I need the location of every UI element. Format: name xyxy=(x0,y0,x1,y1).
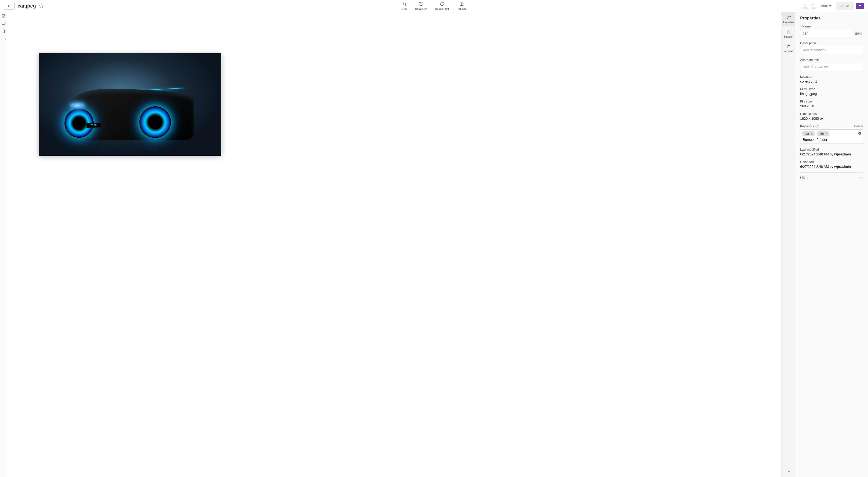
mobile-view-icon[interactable] xyxy=(2,29,6,33)
undo-label: Undo xyxy=(802,6,808,9)
keywords-box[interactable]: car ✕ tire ✕ xyxy=(800,130,863,144)
mime-label: MIME type xyxy=(800,87,863,91)
alt-text-input[interactable] xyxy=(800,63,863,71)
redo-button[interactable]: Redo xyxy=(810,3,815,9)
properties-panel: Properties * Name .jpeg Description Alte… xyxy=(795,12,868,477)
chevron-right-double-icon xyxy=(786,469,790,473)
replace-button[interactable]: Replace xyxy=(457,1,466,10)
urls-section-toggle[interactable]: URLs xyxy=(800,172,863,183)
keywords-details-link[interactable]: Details xyxy=(854,125,863,128)
keyword-tag-label: car xyxy=(805,132,809,136)
uploaded-user: wpsadmin xyxy=(834,165,851,169)
tab-versions[interactable]: Versions xyxy=(782,40,795,55)
car-plate: TRON xyxy=(86,123,101,128)
svg-point-4 xyxy=(3,15,3,15)
lastmod-value: 6/27/2024 2:48 AM by wpsadmin xyxy=(800,152,863,156)
mime-value: image/jpeg xyxy=(800,92,863,96)
svg-marker-0 xyxy=(39,4,43,8)
svg-rect-5 xyxy=(2,22,5,24)
undo-button[interactable]: Undo xyxy=(802,3,808,9)
toolbar-center: Crop Rotate left Rotate right Replace xyxy=(401,1,466,10)
filesize-label: File size xyxy=(800,100,863,103)
favorite-star-icon[interactable] xyxy=(39,3,44,8)
rotate-left-icon xyxy=(419,1,424,6)
uploaded-value: 6/27/2024 2:48 AM by wpsadmin xyxy=(800,165,863,169)
svg-rect-7 xyxy=(2,38,5,40)
file-title: car.jpeg xyxy=(18,3,36,9)
right-rail: Properties Insights Versions xyxy=(781,12,795,477)
dimensions-label: Dimensions xyxy=(800,112,863,115)
location-field: Location collection 1 xyxy=(800,75,863,83)
crop-label: Crop xyxy=(401,7,407,10)
name-field: * Name .jpeg xyxy=(800,25,863,37)
publish-dropdown-button[interactable] xyxy=(856,3,864,9)
crop-button[interactable]: Crop xyxy=(401,1,407,10)
lastmod-time: 6/27/2024 2:48 AM by xyxy=(800,152,834,156)
undo-icon xyxy=(803,3,807,6)
remove-tag-icon[interactable]: ✕ xyxy=(825,132,828,136)
svg-rect-6 xyxy=(3,30,4,33)
filesize-field: File size 268.2 KB xyxy=(800,100,863,108)
rotate-right-icon xyxy=(440,1,444,6)
header: car.jpeg Crop Rotate left Rotat xyxy=(0,0,868,12)
canvas: TRON xyxy=(7,12,781,477)
more-button[interactable]: More xyxy=(817,2,834,10)
caret-down-icon xyxy=(829,5,832,7)
keyword-tag-label: tire xyxy=(819,132,824,136)
name-label: * Name xyxy=(800,25,863,28)
name-input[interactable] xyxy=(800,29,853,37)
filesize-value: 268.2 KB xyxy=(800,104,863,108)
dimensions-field: Dimensions 1920 x 1080 px xyxy=(800,112,863,121)
redo-label: Redo xyxy=(810,6,815,9)
car-wheel-rear xyxy=(139,106,171,138)
rotate-right-button[interactable]: Rotate right xyxy=(435,1,449,10)
location-value: collection 1 xyxy=(800,79,863,83)
keywords-input[interactable] xyxy=(802,136,862,142)
caret-down-icon xyxy=(859,5,861,7)
name-extension: .jpeg xyxy=(853,29,863,37)
description-label: Description xyxy=(800,41,863,45)
lastmod-field: Last modified 6/27/2024 2:48 AM by wpsad… xyxy=(800,148,863,156)
back-button[interactable] xyxy=(4,2,14,10)
dimensions-value: 1920 x 1080 px xyxy=(800,116,863,121)
tablet-view-icon[interactable] xyxy=(2,37,6,41)
svg-rect-9 xyxy=(787,46,790,48)
tab-versions-label: Versions xyxy=(784,50,793,53)
tab-insights-label: Insights xyxy=(784,35,793,38)
clear-all-tags-icon[interactable] xyxy=(858,132,862,135)
help-icon[interactable]: ? xyxy=(815,125,819,128)
panel-title: Properties xyxy=(800,16,863,21)
collapse-panel-button[interactable] xyxy=(782,465,795,477)
remove-tag-icon[interactable]: ✕ xyxy=(811,132,813,136)
tab-properties-label: Properties xyxy=(783,21,794,24)
description-field: Description xyxy=(800,41,863,54)
car-headlight xyxy=(70,102,85,109)
replace-label: Replace xyxy=(457,7,466,10)
mime-field: MIME type image/jpeg xyxy=(800,87,863,96)
desktop-view-icon[interactable] xyxy=(2,22,6,26)
uploaded-label: Uploaded xyxy=(800,160,863,164)
description-input[interactable] xyxy=(800,46,863,54)
redo-icon xyxy=(810,3,815,6)
lastmod-user: wpsadmin xyxy=(834,152,851,156)
image-view-icon[interactable] xyxy=(2,14,6,18)
alt-text-label: Alternate text xyxy=(800,58,863,62)
tab-insights[interactable]: Insights xyxy=(782,26,795,40)
versions-icon xyxy=(786,44,791,49)
insights-icon xyxy=(786,30,791,34)
image-preview[interactable]: TRON xyxy=(39,53,221,156)
keywords-label: Keywords xyxy=(800,124,814,128)
save-button[interactable]: Save xyxy=(836,2,854,10)
lastmod-label: Last modified xyxy=(800,148,863,151)
urls-label: URLs xyxy=(800,176,809,180)
tab-properties[interactable]: Properties xyxy=(782,12,795,26)
keyword-tag: car ✕ xyxy=(802,131,815,136)
chevron-down-icon xyxy=(860,176,863,179)
replace-icon xyxy=(459,1,464,6)
more-label: More xyxy=(820,4,828,8)
arrow-left-icon xyxy=(7,4,11,8)
rotate-left-button[interactable]: Rotate left xyxy=(415,1,427,10)
location-label: Location xyxy=(800,75,863,78)
keyword-tag: tire ✕ xyxy=(816,131,830,136)
rotate-left-label: Rotate left xyxy=(415,7,427,10)
